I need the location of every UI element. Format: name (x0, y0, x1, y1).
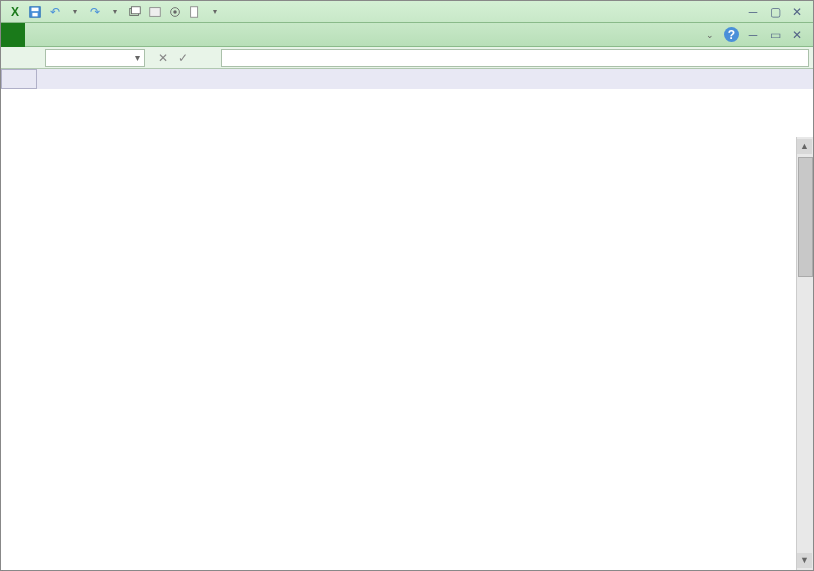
scroll-thumb[interactable] (798, 157, 813, 277)
doc-minimize-icon[interactable]: ─ (745, 27, 761, 43)
doc-restore-icon[interactable]: ▭ (767, 27, 783, 43)
window-controls: ─ ▢ ✕ (737, 5, 813, 19)
tab-review[interactable] (165, 23, 193, 47)
tab-addins[interactable] (249, 23, 277, 47)
select-all-corner[interactable] (1, 69, 37, 89)
file-tab[interactable] (1, 23, 25, 47)
svg-rect-8 (191, 6, 198, 17)
svg-point-7 (173, 10, 177, 14)
title-bar: X ↶ ▾ ↷ ▾ ▾ ─ ▢ ✕ (1, 1, 813, 23)
tab-data[interactable] (137, 23, 165, 47)
tab-insert[interactable] (53, 23, 81, 47)
scroll-down-icon[interactable]: ▼ (797, 553, 812, 568)
excel-icon[interactable]: X (7, 4, 23, 20)
fx-icon[interactable] (195, 50, 211, 66)
help-icon[interactable]: ? (724, 27, 739, 42)
svg-rect-4 (132, 6, 141, 13)
svg-rect-5 (150, 7, 161, 16)
ribbon-minimize-icon[interactable]: ⌄ (702, 27, 718, 43)
name-box-dropdown-icon[interactable]: ▾ (135, 52, 140, 63)
undo-icon[interactable]: ↶ (47, 4, 63, 20)
qat-icon-1[interactable] (127, 4, 143, 20)
tab-formulas[interactable] (109, 23, 137, 47)
scroll-up-icon[interactable]: ▲ (797, 139, 812, 154)
cancel-formula-icon[interactable]: ✕ (155, 50, 171, 66)
formula-input[interactable] (221, 49, 809, 67)
quick-access-toolbar: X ↶ ▾ ↷ ▾ ▾ (1, 4, 229, 20)
minimize-icon[interactable]: ─ (745, 5, 761, 19)
spreadsheet-grid: ▲ ▼ (1, 69, 813, 570)
tab-developer[interactable] (221, 23, 249, 47)
name-box[interactable]: ▾ (45, 49, 145, 67)
maximize-icon[interactable]: ▢ (767, 5, 783, 19)
formula-bar: ▾ ✕ ✓ (1, 47, 813, 69)
row-headers (1, 89, 37, 570)
undo-dropdown-icon[interactable]: ▾ (67, 4, 83, 20)
svg-rect-1 (32, 7, 39, 11)
svg-rect-2 (32, 12, 37, 16)
tab-pagelayout[interactable] (81, 23, 109, 47)
tab-view[interactable] (193, 23, 221, 47)
close-icon[interactable]: ✕ (789, 5, 805, 19)
doc-close-icon[interactable]: ✕ (789, 27, 805, 43)
vertical-scrollbar[interactable]: ▲ ▼ (796, 137, 813, 570)
qat-customize-icon[interactable]: ▾ (207, 4, 223, 20)
qat-icon-4[interactable] (187, 4, 203, 20)
redo-icon[interactable]: ↷ (87, 4, 103, 20)
qat-icon-2[interactable] (147, 4, 163, 20)
accept-formula-icon[interactable]: ✓ (175, 50, 191, 66)
qat-icon-3[interactable] (167, 4, 183, 20)
redo-dropdown-icon[interactable]: ▾ (107, 4, 123, 20)
save-icon[interactable] (27, 4, 43, 20)
column-headers (1, 69, 813, 89)
ribbon: ⌄ ? ─ ▭ ✕ (1, 23, 813, 47)
cells-area[interactable] (37, 89, 813, 570)
tab-home[interactable] (25, 23, 53, 47)
